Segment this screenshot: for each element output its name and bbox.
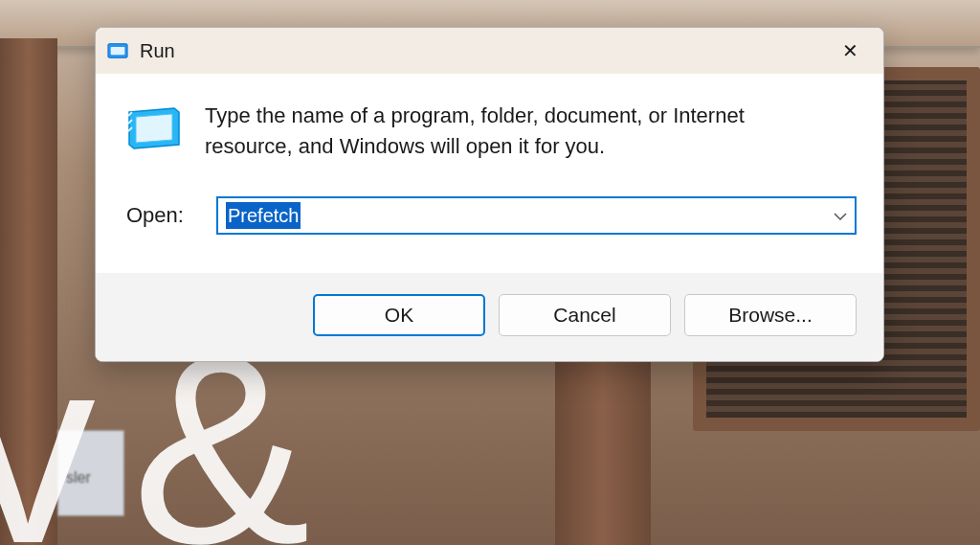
close-button[interactable]: ✕: [828, 35, 872, 66]
dialog-content: Type the name of a program, folder, docu…: [96, 74, 883, 273]
dialog-footer: OK Cancel Browse...: [96, 273, 883, 361]
open-label: Open:: [126, 203, 193, 228]
svg-rect-1: [111, 47, 125, 55]
dialog-description: Type the name of a program, folder, docu…: [205, 101, 857, 162]
titlebar[interactable]: Run ✕: [96, 28, 883, 74]
browse-button[interactable]: Browse...: [684, 294, 857, 336]
run-large-icon: [126, 104, 182, 150]
cancel-button[interactable]: Cancel: [499, 294, 671, 336]
open-combobox[interactable]: Prefetch: [216, 196, 857, 235]
ok-button[interactable]: OK: [313, 294, 485, 336]
dialog-title: Run: [140, 40, 828, 62]
run-icon: [107, 40, 128, 61]
run-dialog: Run ✕ Type the name of a program, folder…: [95, 27, 884, 362]
close-icon: ✕: [842, 41, 858, 60]
open-input[interactable]: [216, 196, 857, 235]
